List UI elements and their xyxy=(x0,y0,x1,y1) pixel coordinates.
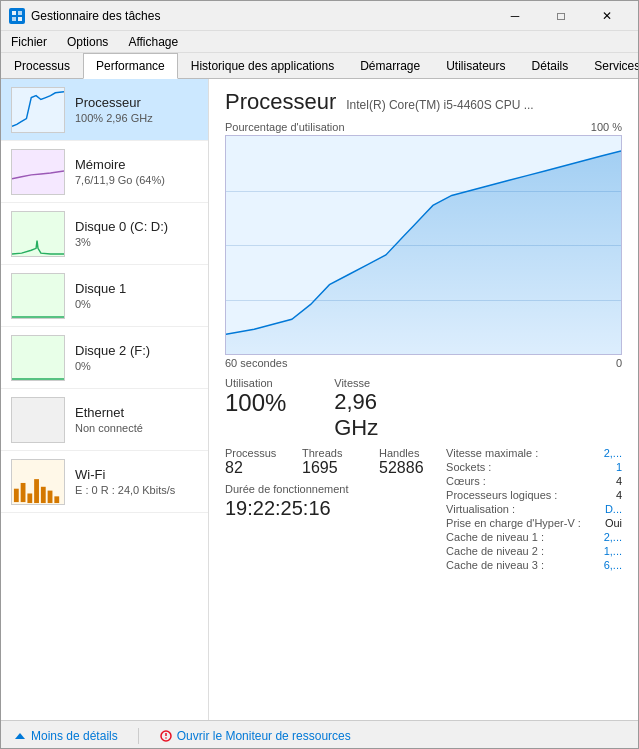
info-vitesse-max-value: 2,... xyxy=(604,447,622,459)
monitor-link[interactable]: Ouvrir le Moniteur de ressources xyxy=(159,729,351,743)
sidebar-disk1-name: Disque 1 xyxy=(75,281,198,296)
info-cache3-value: 6,... xyxy=(604,559,622,571)
svg-rect-9 xyxy=(48,490,53,502)
uptime-value: 19:22:25:16 xyxy=(225,497,436,520)
info-proc-log: Processeurs logiques : 4 xyxy=(446,489,622,501)
stat-vitesse-label: Vitesse xyxy=(334,377,423,389)
svg-rect-4 xyxy=(14,488,19,501)
info-hyper-v-value: Oui xyxy=(605,517,622,529)
info-cache2-label: Cache de niveau 2 : xyxy=(446,545,544,557)
info-cache2: Cache de niveau 2 : 1,... xyxy=(446,545,622,557)
sidebar-thumb-ethernet xyxy=(11,397,65,443)
info-virtualisation-label: Virtualisation : xyxy=(446,503,515,515)
svg-rect-2 xyxy=(12,17,16,21)
info-coeurs: Cœurs : 4 xyxy=(446,475,622,487)
sidebar-mem-value: 7,6/11,9 Go (64%) xyxy=(75,174,198,186)
tab-services[interactable]: Services xyxy=(581,53,639,78)
menu-affichage[interactable]: Affichage xyxy=(118,33,188,51)
stat-handles: Handles 52886 xyxy=(379,447,436,477)
sidebar-item-cpu[interactable]: Processeur 100% 2,96 GHz xyxy=(1,79,208,141)
main-content: Processeur 100% 2,96 GHz Mémoire 7,6/11,… xyxy=(1,79,638,720)
info-hyper-v-label: Prise en charge d'Hyper-V : xyxy=(446,517,581,529)
stat-utilisation-label: Utilisation xyxy=(225,377,314,389)
window-title: Gestionnaire des tâches xyxy=(31,9,160,23)
stats-row-2: Processus 82 Threads 1695 Handles 52886 xyxy=(225,447,436,477)
sidebar-eth-value: Non connecté xyxy=(75,422,198,434)
sidebar-thumb-mem xyxy=(11,149,65,195)
maximize-button[interactable]: □ xyxy=(538,1,584,31)
stat-handles-label: Handles xyxy=(379,447,436,459)
sidebar-disk0-info: Disque 0 (C: D:) 3% xyxy=(75,219,198,248)
svg-marker-13 xyxy=(15,733,25,739)
info-sockets-value: 1 xyxy=(616,461,622,473)
sidebar-item-disk0[interactable]: Disque 0 (C: D:) 3% xyxy=(1,203,208,265)
menu-options[interactable]: Options xyxy=(57,33,118,51)
menubar: Fichier Options Affichage xyxy=(1,31,638,53)
sidebar-cpu-value: 100% 2,96 GHz xyxy=(75,112,198,124)
stat-processus: Processus 82 xyxy=(225,447,282,477)
sidebar-cpu-name: Processeur xyxy=(75,95,198,110)
sidebar-wifi-info: Wi-Fi E : 0 R : 24,0 Kbits/s xyxy=(75,467,198,496)
sidebar-cpu-info: Processeur 100% 2,96 GHz xyxy=(75,95,198,124)
sidebar-item-ethernet[interactable]: Ethernet Non connecté xyxy=(1,389,208,451)
performance-panel: Processeur Intel(R) Core(TM) i5-4460S CP… xyxy=(209,79,638,720)
sidebar-item-memory[interactable]: Mémoire 7,6/11,9 Go (64%) xyxy=(1,141,208,203)
info-vitesse-max: Vitesse maximale : 2,... xyxy=(446,447,622,459)
cpu-graph-container: Pourcentage d'utilisation 100 % xyxy=(225,121,622,369)
info-cache1-value: 2,... xyxy=(604,531,622,543)
monitor-label: Ouvrir le Moniteur de ressources xyxy=(177,729,351,743)
footer: Moins de détails Ouvrir le Moniteur de r… xyxy=(1,720,638,749)
monitor-icon xyxy=(159,729,173,743)
less-details-label: Moins de détails xyxy=(31,729,118,743)
sidebar-item-disk1[interactable]: Disque 1 0% xyxy=(1,265,208,327)
close-button[interactable]: ✕ xyxy=(584,1,630,31)
panel-header: Processeur Intel(R) Core(TM) i5-4460S CP… xyxy=(225,89,622,115)
sidebar-item-wifi[interactable]: Wi-Fi E : 0 R : 24,0 Kbits/s xyxy=(1,451,208,513)
less-details-link[interactable]: Moins de détails xyxy=(13,729,118,743)
panel-title: Processeur xyxy=(225,89,336,115)
tab-utilisateurs[interactable]: Utilisateurs xyxy=(433,53,518,78)
sidebar-eth-info: Ethernet Non connecté xyxy=(75,405,198,434)
minimize-button[interactable]: ─ xyxy=(492,1,538,31)
svg-marker-11 xyxy=(226,151,621,354)
info-cache3-label: Cache de niveau 3 : xyxy=(446,559,544,571)
stat-utilisation-value: 100% xyxy=(225,389,314,418)
info-coeurs-label: Cœurs : xyxy=(446,475,486,487)
sidebar-eth-name: Ethernet xyxy=(75,405,198,420)
stat-vitesse: Vitesse 2,96 GHz xyxy=(334,377,423,441)
sidebar-mem-info: Mémoire 7,6/11,9 Go (64%) xyxy=(75,157,198,186)
tab-demarrage[interactable]: Démarrage xyxy=(347,53,433,78)
tabbar: Processus Performance Historique des app… xyxy=(1,53,638,79)
sidebar-disk2-name: Disque 2 (F:) xyxy=(75,343,198,358)
info-hyper-v: Prise en charge d'Hyper-V : Oui xyxy=(446,517,622,529)
sidebar-thumb-wifi xyxy=(11,459,65,505)
svg-rect-3 xyxy=(18,17,22,21)
svg-rect-7 xyxy=(34,479,39,503)
svg-rect-5 xyxy=(21,482,26,501)
sidebar-disk0-name: Disque 0 (C: D:) xyxy=(75,219,198,234)
sidebar: Processeur 100% 2,96 GHz Mémoire 7,6/11,… xyxy=(1,79,209,720)
svg-rect-1 xyxy=(18,11,22,15)
uptime-label: Durée de fonctionnement xyxy=(225,483,436,495)
svg-rect-8 xyxy=(41,486,46,502)
svg-point-16 xyxy=(165,737,167,739)
graph-x-label: 60 secondes xyxy=(225,357,287,369)
sidebar-disk2-info: Disque 2 (F:) 0% xyxy=(75,343,198,372)
info-sockets: Sockets : 1 xyxy=(446,461,622,473)
sidebar-disk1-info: Disque 1 0% xyxy=(75,281,198,310)
tab-historique[interactable]: Historique des applications xyxy=(178,53,347,78)
info-virtualisation: Virtualisation : D... xyxy=(446,503,622,515)
stat-processus-value: 82 xyxy=(225,459,282,477)
chevron-up-icon xyxy=(13,729,27,743)
tab-performance[interactable]: Performance xyxy=(83,53,178,79)
info-proc-log-value: 4 xyxy=(616,489,622,501)
tab-processus[interactable]: Processus xyxy=(1,53,83,78)
sidebar-disk0-value: 3% xyxy=(75,236,198,248)
sidebar-item-disk2[interactable]: Disque 2 (F:) 0% xyxy=(1,327,208,389)
tab-details[interactable]: Détails xyxy=(519,53,582,78)
svg-rect-6 xyxy=(27,493,32,503)
footer-separator xyxy=(138,728,139,744)
sidebar-disk1-value: 0% xyxy=(75,298,198,310)
menu-fichier[interactable]: Fichier xyxy=(1,33,57,51)
info-coeurs-value: 4 xyxy=(616,475,622,487)
